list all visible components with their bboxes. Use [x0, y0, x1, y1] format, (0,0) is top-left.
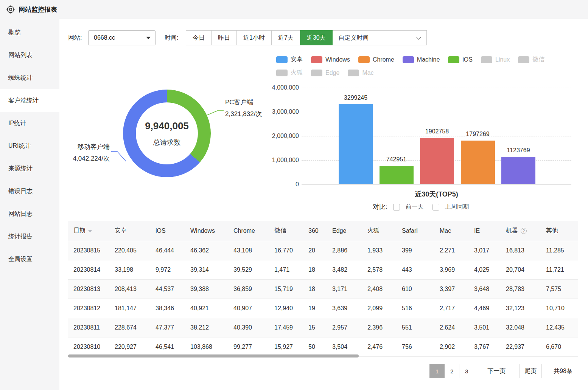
legend-label: Windows: [325, 56, 350, 63]
table-cell: 36,859: [228, 279, 269, 299]
sidebar-item[interactable]: 错误日志: [0, 180, 59, 203]
column-header: 微信: [269, 221, 303, 241]
table-row: 20230812181,14738,34640,92140,90712,9401…: [68, 299, 578, 318]
table-cell: 15: [303, 318, 327, 337]
table-cell: 2,099: [362, 299, 397, 318]
table-row: 20230813208,41344,53739,38836,85915,7191…: [68, 279, 578, 299]
table-cell: 43,108: [228, 241, 269, 260]
table-cell: 39,529: [228, 260, 269, 279]
sidebar-item[interactable]: 客户端统计: [0, 89, 59, 112]
horizontal-scrollbar-thumb[interactable]: [68, 354, 359, 358]
column-header: Edge: [327, 221, 362, 241]
legend-label: 火狐: [291, 69, 303, 77]
time-range-button[interactable]: 近7天: [271, 30, 300, 45]
sort-descending-icon[interactable]: [88, 230, 92, 232]
legend-swatch: [348, 70, 359, 76]
total-requests-label: 总请求数: [153, 138, 180, 147]
legend-swatch: [276, 56, 288, 63]
table-cell: 15,719: [269, 279, 303, 299]
column-header-label: Edge: [332, 228, 346, 234]
table-cell: 38,346: [150, 299, 185, 318]
column-header: 其他: [541, 221, 578, 241]
column-header-label: 微信: [274, 227, 286, 234]
site-select-value: 0668.cc: [94, 34, 146, 41]
compare-checkbox[interactable]: [393, 204, 400, 210]
sidebar-item[interactable]: 网站列表: [0, 44, 59, 67]
table-cell: 33,198: [109, 260, 150, 279]
table-cell: 46,362: [185, 241, 228, 260]
table-cell: 12,435: [541, 318, 578, 337]
page-button-3[interactable]: 3: [459, 364, 474, 378]
time-range-button[interactable]: 昨日: [211, 30, 237, 45]
legend-item[interactable]: 火狐: [276, 69, 303, 77]
sidebar-item[interactable]: 统计报告: [0, 225, 59, 248]
custom-time-select[interactable]: 自定义时间: [332, 30, 427, 45]
donut-center: 9,940,005 总请求数: [136, 102, 198, 164]
page-button-1[interactable]: 1: [429, 364, 445, 378]
table-cell: 20230814: [68, 260, 109, 279]
legend-label: Machine: [417, 56, 440, 63]
compare-option-label: 前一天: [406, 203, 424, 211]
sidebar-item[interactable]: 全局设置: [0, 248, 59, 271]
legend-swatch: [518, 56, 529, 63]
table-cell: 1,471: [269, 260, 303, 279]
table-cell: 7,575: [541, 279, 578, 299]
legend-item[interactable]: Edge: [311, 69, 339, 77]
legend-item[interactable]: Mac: [348, 69, 373, 77]
sidebar-item[interactable]: 来源统计: [0, 157, 59, 180]
page-button-2[interactable]: 2: [444, 364, 459, 378]
legend-item[interactable]: iOS: [448, 56, 473, 63]
table-cell: 2,396: [362, 318, 397, 337]
legend-label: Edge: [325, 70, 339, 76]
table-cell: 3,504: [327, 337, 362, 356]
sidebar-item[interactable]: 网站日志: [0, 203, 59, 225]
legend-item[interactable]: Windows: [311, 56, 350, 63]
table-cell: 3,482: [327, 260, 362, 279]
time-range-button[interactable]: 近30天: [300, 30, 333, 45]
column-header-label: Chrome: [233, 228, 255, 234]
client-stats-table: 日期安卓iOSWindowsChrome微信360Edge火狐SafariMac…: [68, 221, 578, 357]
donut-chart: 9,940,005 总请求数: [123, 90, 211, 177]
caret-down-icon: [146, 37, 151, 39]
column-header-label: 火狐: [367, 227, 380, 234]
time-button-group: 今日昨日近1小时近7天近30天 自定义时间: [186, 30, 427, 45]
table-cell: 47,377: [150, 318, 185, 337]
time-range-button[interactable]: 今日: [186, 30, 212, 45]
table-cell: 3,397: [434, 279, 469, 299]
column-header: 机器?: [501, 221, 541, 241]
site-select[interactable]: 0668.cc: [88, 30, 156, 45]
time-range-button[interactable]: 近1小时: [236, 30, 272, 45]
compare-checkbox[interactable]: [432, 204, 439, 210]
legend-item[interactable]: Machine: [403, 56, 440, 63]
table-cell: 2,886: [327, 241, 362, 260]
help-icon[interactable]: ?: [521, 228, 527, 234]
column-header[interactable]: 日期: [68, 221, 109, 241]
sidebar-item[interactable]: IP统计: [0, 112, 59, 135]
sidebar-item[interactable]: URI统计: [0, 135, 59, 157]
legend-item[interactable]: 安卓: [276, 56, 303, 63]
pagination: 123 下一页 尾页 共98条: [430, 364, 578, 378]
last-page-button[interactable]: 尾页: [519, 364, 542, 378]
table-cell: 40,907: [228, 299, 269, 318]
bar: [339, 104, 373, 184]
y-axis-tick-label: 2,000,000: [272, 133, 299, 139]
sidebar-item[interactable]: 概览: [0, 21, 59, 44]
table-cell: 15,927: [269, 337, 303, 356]
custom-time-label: 自定义时间: [339, 34, 417, 42]
pc-client-value: 2,321,832/次: [225, 111, 262, 117]
table-cell: 99,277: [228, 337, 269, 356]
bar: [380, 166, 414, 184]
legend-item[interactable]: Chrome: [358, 56, 394, 63]
mobile-client-value: 4,042,224/次: [59, 155, 110, 162]
bar: [501, 157, 535, 184]
legend-item[interactable]: 微信: [518, 56, 544, 63]
sidebar-item[interactable]: 蜘蛛统计: [0, 67, 59, 89]
next-page-button[interactable]: 下一页: [480, 364, 513, 378]
compare-row: 对比: 前一天上周同期: [373, 203, 472, 211]
table-cell: 40,921: [185, 299, 228, 318]
table-row: 2023081433,1989,97239,31439,5291,471183,…: [68, 260, 578, 279]
legend-item[interactable]: Linux: [481, 56, 510, 63]
bar-chart-title: 近30天(TOP5): [302, 190, 571, 199]
table-cell: 2,624: [434, 318, 469, 337]
legend-swatch: [311, 56, 322, 63]
